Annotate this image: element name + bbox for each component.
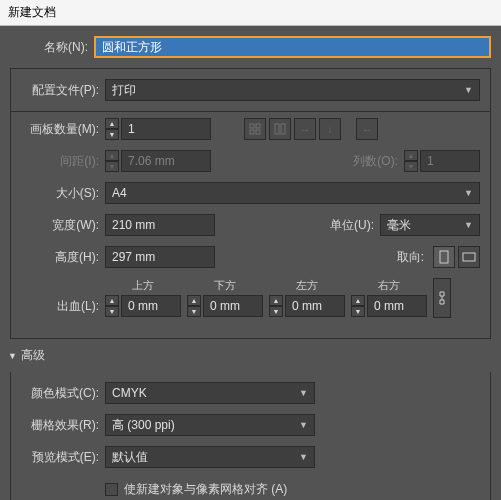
spacing-label: 间距(I): — [21, 153, 105, 170]
svg-rect-7 — [463, 253, 475, 261]
orient-landscape-button[interactable] — [458, 246, 480, 268]
preview-label: 预览模式(E): — [21, 449, 105, 466]
bleed-right-header: 右方 — [351, 278, 427, 293]
align-pixel-checkbox[interactable] — [105, 483, 118, 496]
size-label: 大小(S): — [21, 185, 105, 202]
preview-value: 默认值 — [112, 449, 148, 466]
artboards-input[interactable]: 1 — [121, 118, 211, 140]
bleed-right-stepper[interactable]: ▲▼ — [351, 295, 365, 317]
window-title: 新建文档 — [0, 0, 501, 26]
colormode-label: 颜色模式(C): — [21, 385, 105, 402]
bleed-label: 出血(L): — [21, 298, 105, 315]
advanced-toggle[interactable]: ▼ 高级 — [8, 347, 491, 364]
size-value: A4 — [112, 186, 127, 200]
height-label: 高度(H): — [21, 249, 105, 266]
triangle-down-icon: ▼ — [8, 351, 17, 361]
svg-rect-1 — [256, 124, 260, 128]
bleed-top-stepper[interactable]: ▲▼ — [105, 295, 119, 317]
profile-select[interactable]: 打印 ▼ — [105, 79, 480, 101]
arrange-right-icon[interactable]: → — [294, 118, 316, 140]
chevron-down-icon: ▼ — [299, 388, 308, 398]
bleed-top-header: 上方 — [105, 278, 181, 293]
svg-rect-0 — [250, 124, 254, 128]
profile-label: 配置文件(P): — [21, 82, 105, 99]
chevron-down-icon: ▼ — [464, 188, 473, 198]
artboards-stepper[interactable]: ▲▼ — [105, 118, 119, 140]
orient-portrait-button[interactable] — [433, 246, 455, 268]
svg-rect-3 — [256, 130, 260, 134]
width-label: 宽度(W): — [21, 217, 105, 234]
chevron-down-icon: ▼ — [464, 220, 473, 230]
arrange-down-icon[interactable]: ↓ — [319, 118, 341, 140]
width-input[interactable]: 210 mm — [105, 214, 215, 236]
units-label: 单位(U): — [320, 217, 380, 234]
svg-rect-4 — [275, 124, 279, 134]
colormode-value: CMYK — [112, 386, 147, 400]
columns-input: 1 — [420, 150, 480, 172]
bleed-bottom-header: 下方 — [187, 278, 263, 293]
bleed-left-input[interactable]: 0 mm — [285, 295, 345, 317]
size-select[interactable]: A4 ▼ — [105, 182, 480, 204]
bleed-bottom-stepper[interactable]: ▲▼ — [187, 295, 201, 317]
raster-select[interactable]: 高 (300 ppi) ▼ — [105, 414, 315, 436]
grid-row-icon[interactable] — [244, 118, 266, 140]
arrange-rtl-icon[interactable]: ← — [356, 118, 378, 140]
colormode-select[interactable]: CMYK ▼ — [105, 382, 315, 404]
bleed-bottom-input[interactable]: 0 mm — [203, 295, 263, 317]
svg-rect-5 — [281, 124, 285, 134]
advanced-label: 高级 — [21, 347, 45, 364]
chevron-down-icon: ▼ — [464, 85, 473, 95]
name-label: 名称(N): — [10, 39, 94, 56]
chevron-down-icon: ▼ — [299, 420, 308, 430]
columns-label: 列数(O): — [344, 153, 404, 170]
columns-stepper: ▲▼ — [404, 150, 418, 172]
chevron-down-icon: ▼ — [299, 452, 308, 462]
artboards-label: 画板数量(M): — [21, 121, 105, 138]
preview-select[interactable]: 默认值 ▼ — [105, 446, 315, 468]
raster-label: 栅格效果(R): — [21, 417, 105, 434]
units-value: 毫米 — [387, 217, 411, 234]
bleed-top-input[interactable]: 0 mm — [121, 295, 181, 317]
bleed-left-stepper[interactable]: ▲▼ — [269, 295, 283, 317]
grid-col-icon[interactable] — [269, 118, 291, 140]
profile-value: 打印 — [112, 82, 136, 99]
units-select[interactable]: 毫米 ▼ — [380, 214, 480, 236]
spacing-stepper: ▲▼ — [105, 150, 119, 172]
align-pixel-label: 使新建对象与像素网格对齐 (A) — [124, 481, 287, 498]
height-input[interactable]: 297 mm — [105, 246, 215, 268]
orient-label: 取向: — [370, 249, 430, 266]
bleed-right-input[interactable]: 0 mm — [367, 295, 427, 317]
link-bleed-button[interactable] — [433, 278, 451, 318]
svg-rect-6 — [440, 251, 448, 263]
name-input[interactable] — [94, 36, 491, 58]
spacing-input: 7.06 mm — [121, 150, 211, 172]
bleed-left-header: 左方 — [269, 278, 345, 293]
svg-rect-2 — [250, 130, 254, 134]
raster-value: 高 (300 ppi) — [112, 417, 175, 434]
